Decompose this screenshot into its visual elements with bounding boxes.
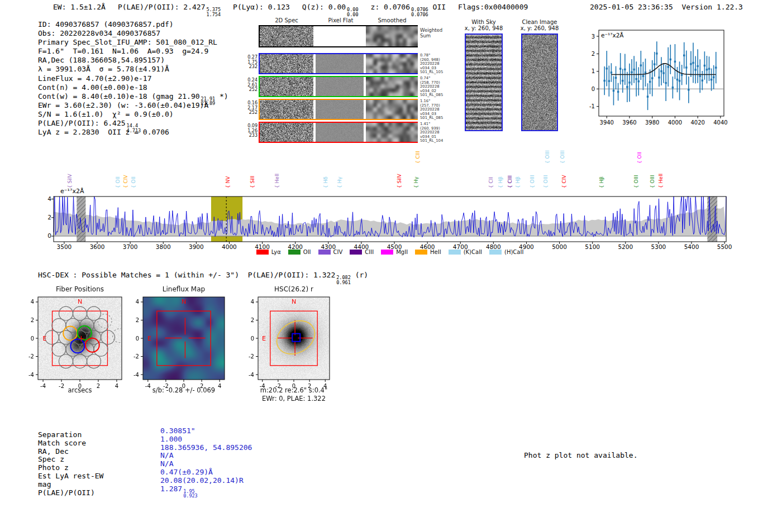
- sky-noise-canvas: [522, 35, 557, 130]
- cutout-col-header-1: Pixel Flat: [316, 17, 366, 23]
- header-stat-5-text: Flags:0x00400009: [458, 3, 528, 11]
- fit-y-tick-label: 2: [592, 51, 595, 57]
- info-line-1-text: Obs: 20220228v034_4090376857: [38, 29, 160, 37]
- match-value-2: 188.365936, 54.895206: [160, 444, 252, 452]
- info-line-7: Cont(n) = 4.00(±0.00)e-18: [38, 83, 147, 92]
- catalog-position-square: [292, 334, 300, 342]
- cutout-col-header-2: Smoothed: [367, 17, 417, 23]
- fit-data-point: [640, 64, 642, 66]
- legend-item-HeII: HeII: [415, 249, 441, 255]
- header-stat-4-text: z: 0.0706: [371, 3, 410, 11]
- info-line-0: ID: 4090376857 (4090376857.pdf): [38, 20, 174, 28]
- info-line-12-text: LyA z = 2.2830 OII z = 0.0706: [38, 128, 169, 136]
- match-value-2-text: 188.365936, 54.895206: [160, 443, 252, 452]
- compass-east: E: [147, 335, 151, 342]
- cutout-cell-image: [260, 123, 313, 142]
- fiber-circle-dashed: [98, 314, 112, 328]
- info-line-10-text: S/N = 1.6(±1.0) χ² = 0.9(±0.0): [38, 110, 174, 118]
- spectrum-y-tick-label: 0: [40, 232, 51, 239]
- panel-frame: [143, 297, 225, 380]
- legend-item-Lyα: Lyα: [256, 249, 281, 255]
- legend-item-OII: OII: [288, 249, 311, 255]
- fit-data-point: [679, 80, 680, 82]
- info-line-11: P(LAE)/P(OII): 6.42514.44.713: [38, 119, 228, 128]
- sky-hatch-band-lines: [77, 196, 85, 242]
- cutout-row: [259, 53, 418, 74]
- fit-data-point: [645, 71, 646, 73]
- info-line-6-text: LineFlux = 4.70(±2.90)e-17: [38, 74, 152, 83]
- match-value-5-text: 0.47(±0.29)Å: [160, 468, 213, 476]
- compass-east: E: [262, 335, 266, 342]
- cutout-right-meta: 0.78" (260, 948) 20220228 v034_03 501_RL…: [420, 54, 443, 75]
- fit-data-point: [697, 65, 698, 67]
- match-label-3: Spec z: [38, 456, 103, 464]
- cutout-left-stats: 0.09 1.26 233: [244, 124, 258, 138]
- match-label-0: Separation: [38, 431, 103, 439]
- header-stat-2-text: P(Lyα): 0.123: [233, 3, 290, 11]
- info-line-4: RA,Dec (188.366058,54.895157): [38, 56, 228, 65]
- fit-x-tick-label: 3980: [645, 119, 659, 126]
- cutout-left-stats: 0.16 2.17 252: [244, 101, 258, 116]
- line-marker-NV: { NV: [225, 176, 250, 188]
- legend-label: MgII: [396, 249, 408, 255]
- fit-data-point: [647, 95, 649, 97]
- panel-y-tick-label: 0: [251, 336, 254, 342]
- fit-data-point: [611, 71, 612, 73]
- info-line-5-text: λ = 3991.03Å σ = 5.78(±4.91)Å: [38, 65, 169, 73]
- header-stat-5: Flags:0x00400009: [458, 3, 528, 17]
- panel-y-tick-label: 4: [136, 299, 139, 305]
- sub: 0.923: [183, 493, 198, 499]
- fiber-circle: [101, 330, 115, 344]
- line-marker-OII: { OII: [637, 152, 661, 164]
- header-stat-0: EW: 1.5±1.2Å: [53, 3, 106, 17]
- fit-data-point: [606, 68, 608, 69]
- fit-data-point: [654, 63, 655, 65]
- photz-note: Phot z plot not available.: [524, 451, 638, 459]
- header-stat-3-frac: 0.000.00: [347, 7, 358, 17]
- legend-swatch: [288, 250, 301, 255]
- fit-data-point: [617, 91, 619, 93]
- cutout-cell-image: [260, 100, 313, 119]
- legend-label: (H)CaII: [504, 249, 523, 255]
- fit-data-point: [706, 69, 708, 70]
- cutout-col-header-0: 2D Spec: [261, 17, 312, 23]
- main-spectrum-svg: [34, 193, 732, 247]
- fit-data-point: [651, 77, 653, 79]
- cutout-cell-image: [366, 77, 418, 96]
- legend-swatch: [350, 250, 362, 255]
- fiber-circle: [94, 342, 108, 356]
- panel-y-tick-label: 2: [136, 317, 139, 323]
- match-value-3: N/A: [160, 451, 173, 459]
- line-marker-HeII: { HeII: [274, 174, 299, 188]
- info-line-3: F=1.6" T=0.161 N=1.06 A=0.93 g=24.9: [38, 47, 208, 55]
- spectrum-y-tick-label: 4: [40, 195, 51, 202]
- fit-data-point: [626, 86, 628, 88]
- legend-item-MgII: MgII: [381, 249, 408, 255]
- panel-xlabel-1: s/b: -0.28 +/- 0.069: [122, 386, 245, 394]
- fit-data-point: [704, 65, 705, 66]
- fit-data-point: [688, 89, 689, 90]
- match-value-7-frac: 1.950.923: [183, 489, 198, 499]
- legend-item-(H)CaII: (H)CaII: [489, 249, 523, 255]
- cutout-row: [259, 76, 418, 97]
- info-line-8-post: *): [215, 92, 228, 100]
- gap: [673, 3, 682, 11]
- fit-data-point: [665, 82, 666, 84]
- legend-label: Lyα: [271, 249, 281, 255]
- info-line-1: Obs: 20220228v034_4090376857: [38, 29, 228, 38]
- fiber-circle: [59, 306, 73, 320]
- legend-label: HeII: [430, 249, 441, 255]
- spectrum-legend: LyαOIICIVCIIIMgIIHeII(K)CaII(H)CaII: [54, 249, 726, 255]
- fit-data-point: [638, 80, 640, 82]
- match-value-6: 20.08(20.02,20.14)R: [160, 477, 252, 485]
- match-value-3: N/A: [160, 452, 252, 460]
- info-line-8: Cont(w) = 8.40(±0.10)e-18 (gmag 21.9021.…: [38, 92, 228, 100]
- fit-data-point: [713, 76, 714, 78]
- info-line-5: λ = 3991.03Å σ = 5.78(±4.91)Å: [38, 65, 169, 73]
- legend-item-(K)CaII: (K)CaII: [449, 249, 482, 255]
- info-line-2: Primary Spec_Slot_IFU_AMP: 501_080_012_R…: [38, 38, 228, 47]
- header-stat-3-text: Q(z): 0.00: [302, 3, 346, 11]
- fit-data-point: [622, 80, 623, 82]
- cutout-right-meta: 1.41" (260, 939) 20220228 v034_01 501_RL…: [420, 122, 443, 143]
- sky-panel-title-1: Clean Image x, y: 260, 948: [511, 19, 568, 31]
